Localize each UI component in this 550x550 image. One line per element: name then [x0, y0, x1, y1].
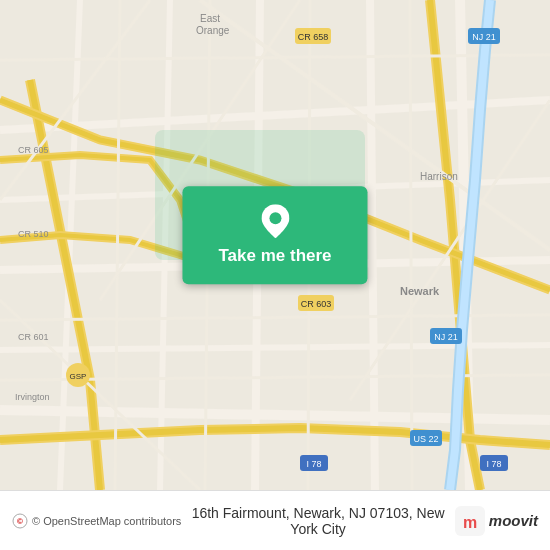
svg-line-9 — [370, 0, 375, 490]
svg-point-50 — [269, 212, 281, 224]
svg-text:CR 603: CR 603 — [301, 299, 332, 309]
svg-text:NJ 21: NJ 21 — [434, 332, 458, 342]
svg-text:CR 510: CR 510 — [18, 229, 49, 239]
svg-text:US 22: US 22 — [413, 434, 438, 444]
moovit-logo-icon: m — [455, 506, 485, 536]
svg-line-17 — [410, 0, 412, 490]
svg-text:Irvington: Irvington — [15, 392, 50, 402]
moovit-logo: m moovit — [455, 506, 538, 536]
osm-logo-icon: © — [12, 513, 28, 529]
moovit-text: moovit — [489, 512, 538, 529]
svg-text:Newark: Newark — [400, 285, 440, 297]
svg-text:CR 605: CR 605 — [18, 145, 49, 155]
osm-attribution-text: © OpenStreetMap contributors — [32, 515, 181, 527]
address-label: 16th Fairmount, Newark, NJ 07103, New Yo… — [181, 505, 454, 537]
map-container: CR 605 CR 510 CR 601 Irvington East Oran… — [0, 0, 550, 490]
location-pin-icon — [261, 204, 289, 238]
svg-text:CR 658: CR 658 — [298, 32, 329, 42]
svg-text:Orange: Orange — [196, 25, 230, 36]
svg-text:GSP: GSP — [70, 372, 87, 381]
svg-text:m: m — [463, 514, 477, 531]
svg-text:NJ 21: NJ 21 — [472, 32, 496, 42]
take-me-there-label: Take me there — [218, 246, 331, 266]
button-overlay: Take me there — [182, 186, 367, 284]
svg-text:©: © — [17, 517, 23, 526]
svg-text:Harrison: Harrison — [420, 171, 458, 182]
svg-text:CR 601: CR 601 — [18, 332, 49, 342]
address-text: 16th Fairmount, Newark, NJ 07103, New Yo… — [192, 505, 445, 537]
svg-text:East: East — [200, 13, 220, 24]
map-attribution: © © OpenStreetMap contributors — [12, 513, 181, 529]
svg-text:I 78: I 78 — [486, 459, 501, 469]
svg-text:I 78: I 78 — [306, 459, 321, 469]
bottom-bar: © © OpenStreetMap contributors 16th Fair… — [0, 490, 550, 550]
take-me-there-button[interactable]: Take me there — [182, 186, 367, 284]
